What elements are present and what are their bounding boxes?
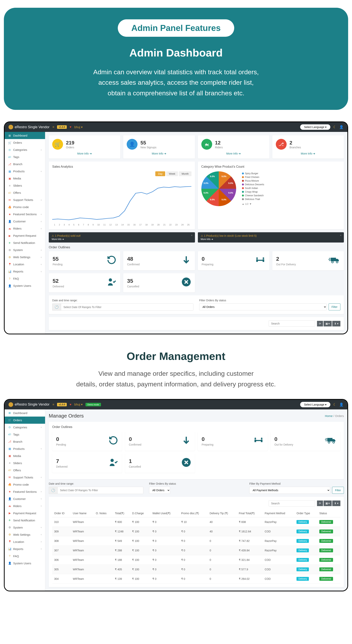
columns-button[interactable]: ▦ ▾ [324, 321, 332, 326]
export-button[interactable]: ⬇ ▾ [332, 321, 340, 326]
more-info-link[interactable]: More Info ➜ [201, 152, 266, 155]
sidebar-item-faq[interactable]: ?FAQ [5, 552, 45, 560]
hamburger-icon[interactable]: ≡ [52, 403, 54, 406]
sidebar-item-reports[interactable]: 📊Reports‹ [5, 268, 45, 275]
table-row[interactable]: 306WRTeam₹ 188₹ 100₹ 0₹ 00₹ 321.84CODDel… [52, 555, 340, 564]
sidebar-item-payment-request[interactable]: ▶Payment Request [5, 232, 45, 239]
sidebar-item-web-settings[interactable]: ⚙Web Settings‹ [5, 531, 45, 538]
sidebar-item-promo-code[interactable]: 🔥Promo code [5, 204, 45, 210]
table-row[interactable]: 304WRTeam₹ 139₹ 100₹ 0₹ 00₹ 264.02CODDel… [52, 574, 340, 584]
sidebar-item-branch[interactable]: ⎇Branch [5, 438, 45, 445]
alert-more-info[interactable]: More Info ➜ [52, 238, 192, 240]
sidebar-item-system-users[interactable]: 👤System Users [5, 560, 45, 567]
col-header[interactable]: Status [318, 510, 340, 517]
app-logo[interactable]: eRestro Single Vendor [8, 125, 50, 130]
crumb-home[interactable]: Home [325, 414, 333, 418]
user-dropdown[interactable]: bhuj ▾ [74, 125, 82, 129]
search-input[interactable] [269, 320, 315, 327]
sidebar-item-dashboard[interactable]: ⊞Dashboard [5, 410, 45, 416]
sidebar-item-orders[interactable]: 🛒Orders [5, 139, 45, 146]
toggle-week[interactable]: Week [166, 171, 178, 176]
payment-method-select[interactable]: All Payment Methods [249, 487, 330, 494]
sidebar-item-reports[interactable]: 📊Reports‹ [5, 545, 45, 552]
sidebar-item-categories[interactable]: ⊙Categories‹ [5, 146, 45, 153]
more-info-link[interactable]: More Info ➜ [52, 152, 117, 155]
outline-preparing[interactable]: 0Preparing [198, 432, 268, 451]
outline-cancelled[interactable]: 1Cancelled [125, 454, 195, 473]
sidebar-item-media[interactable]: ▣Media [5, 452, 45, 460]
sidebar-item-products[interactable]: ▦Products‹ [5, 168, 45, 175]
outline-confirmed[interactable]: 48Confirmed [123, 251, 195, 270]
hamburger-icon[interactable]: ≡ [52, 125, 54, 129]
date-range-input[interactable] [58, 487, 143, 494]
sidebar-item-offers[interactable]: 🏷Offers [5, 467, 45, 474]
sidebar-item-featured-sections[interactable]: ★Featured Sections‹ [5, 488, 45, 495]
language-select[interactable]: Select Language ▾ [300, 402, 330, 407]
outline-out-for-delivery[interactable]: 0Out for Delivery [270, 432, 340, 451]
sidebar-item-offers[interactable]: 🏷Offers [5, 189, 45, 196]
outline-preparing[interactable]: 0Preparing [198, 251, 270, 270]
dark-mode-icon[interactable]: ☾ [333, 402, 336, 407]
sidebar-item-sliders[interactable]: ≡Sliders [5, 460, 45, 467]
columns-button[interactable]: ▦ ▾ [324, 500, 332, 506]
outline-pending[interactable]: 55Pending [49, 251, 120, 270]
status-select[interactable]: All Orders [199, 304, 327, 310]
sidebar-item-faq[interactable]: ?FAQ [5, 275, 45, 282]
table-row[interactable]: 309WRTeam₹ 1248₹ 100₹ 0₹ 040₹ 1612.64COD… [52, 526, 340, 536]
sidebar-item-web-settings[interactable]: ⚙Web Settings‹ [5, 254, 45, 261]
export-button[interactable]: ⬇ ▾ [332, 500, 340, 506]
col-header[interactable]: D.Charge [130, 510, 150, 517]
user-icon[interactable]: 👤 [339, 402, 344, 407]
outline-confirmed[interactable]: 0Confirmed [125, 432, 195, 451]
sidebar-item-location[interactable]: 📍Location‹ [5, 538, 45, 545]
sidebar-item-location[interactable]: 📍Location‹ [5, 261, 45, 268]
sidebar-item-support-tickets[interactable]: ✉Support Tickets‹ [5, 196, 45, 204]
status-select[interactable]: All Orders [149, 487, 170, 494]
sidebar-item-system-users[interactable]: 👤System Users [5, 282, 45, 289]
sidebar-item-tags[interactable]: 🏷Tags [5, 431, 45, 438]
filter-button[interactable]: Filter [332, 487, 344, 494]
search-input[interactable] [269, 500, 315, 506]
sidebar-item-media[interactable]: ▣Media [5, 175, 45, 182]
sidebar-item-system[interactable]: ⚙System‹ [5, 246, 45, 254]
table-row[interactable]: 307WRTeam₹ 288₹ 100₹ 0₹ 00₹ 439.84RazorP… [52, 546, 340, 555]
heart-icon[interactable]: ♥ [70, 125, 72, 129]
outline-out-for-delivery[interactable]: 2Out For Delivery [272, 251, 344, 270]
refresh-button[interactable]: ⟳ [317, 500, 323, 506]
app-logo[interactable]: eRestro Single Vendor [8, 402, 50, 407]
table-row[interactable]: 308WRTeam₹ 549₹ 100₹ 0₹ 00₹ 747.82RazorP… [52, 536, 340, 546]
sidebar-item-system[interactable]: ⚙System‹ [5, 524, 45, 531]
col-header[interactable]: Order Type [294, 510, 318, 517]
col-header[interactable]: Final Total(₹) [237, 510, 263, 517]
sidebar-item-customer[interactable]: 👤Customer‹ [5, 495, 45, 502]
close-icon[interactable]: × [191, 234, 192, 237]
refresh-button[interactable]: ⟳ [317, 321, 323, 326]
col-header[interactable]: Promo disc.(₹) [179, 510, 208, 517]
alert-more-info[interactable]: More Info ➜ [201, 238, 341, 240]
close-icon[interactable]: × [340, 234, 342, 237]
sidebar-item-branch[interactable]: ⎇Branch [5, 160, 45, 168]
dark-mode-icon[interactable]: ☾ [333, 125, 336, 129]
sidebar-item-featured-sections[interactable]: ★Featured Sections‹ [5, 210, 45, 218]
sidebar-item-tags[interactable]: 🏷Tags [5, 153, 45, 160]
outline-delivered[interactable]: 7Delivered [52, 454, 122, 473]
language-select[interactable]: Select Language ▾ [300, 124, 330, 130]
col-header[interactable]: Total(₹) [113, 510, 130, 517]
heart-icon[interactable]: ♥ [70, 403, 72, 406]
outline-delivered[interactable]: 52Delivered [49, 273, 120, 292]
sidebar-item-payment-request[interactable]: ▶Payment Request [5, 510, 45, 517]
sidebar-item-orders[interactable]: 🛒Orders [5, 416, 45, 424]
toggle-day[interactable]: Day [155, 171, 165, 176]
sidebar-item-categories[interactable]: ⊙Categories‹ [5, 424, 45, 431]
sidebar-item-dashboard[interactable]: ⊞Dashboard [5, 132, 45, 139]
sidebar-item-send-notification[interactable]: ✈Send Notification [5, 517, 45, 524]
table-row[interactable]: 305WRTeam₹ 405₹ 100₹ 0₹ 00₹ 577.9CODDeli… [52, 564, 340, 574]
sidebar-item-customer[interactable]: 👤Customer‹ [5, 218, 45, 225]
more-info-link[interactable]: More Info ➜ [276, 152, 340, 155]
filter-button[interactable]: Filter [328, 304, 340, 310]
outline-pending[interactable]: 0Pending [52, 432, 122, 451]
sidebar-item-support-tickets[interactable]: ✉Support Tickets‹ [5, 474, 45, 481]
toggle-month[interactable]: Month [179, 171, 191, 176]
more-info-link[interactable]: More Info ➜ [127, 152, 191, 155]
table-row[interactable]: 310WRTeam₹ 600₹ 100₹ 0₹ 1040₹ 838RazorPa… [52, 517, 340, 526]
